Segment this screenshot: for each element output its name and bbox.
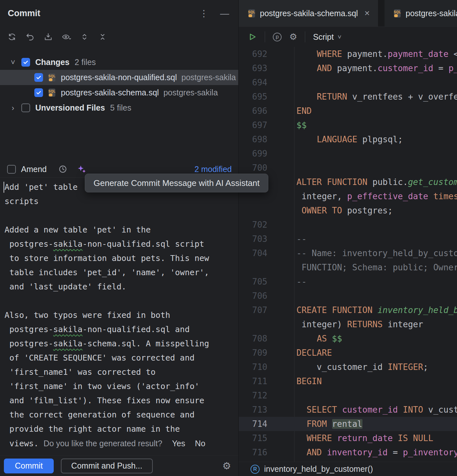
ai-assistant-tooltip: Generate Commit Message with AI Assistan… [85,174,268,192]
changes-tree: ˅ Changes 2 files SQLpostgres-sakila-non… [0,47,238,161]
message-line: of 'CREATE SEQUENCE' was corrected and [5,351,238,365]
file-row[interactable]: SQLpostgres-sakila-schema.sqlpostgres-sa… [0,85,238,100]
tab-postgres-sakila-non-qualified[interactable]: SQL postgres-sakila-non-qualified.sql [385,0,457,27]
line-number: 716 [239,445,267,460]
text-caret [4,182,4,193]
rollback-icon[interactable] [25,32,35,42]
message-line: Also, two typos were fixed in both [5,308,238,322]
code-editor[interactable]: 692 WHERE payment.payment_date <= p_effe… [239,47,457,462]
code-line: 696END [239,104,457,118]
ai-generate-commit-message-icon[interactable] [76,164,87,174]
line-number: 692 [239,47,267,61]
chevron-expanded-icon[interactable]: ˅ [10,58,16,67]
editor-toolbar: p ⚙ Script ˅ [239,27,457,47]
line-number: 713 [239,403,267,417]
message-line: postgres-sakila-non-qualified.sql and [5,322,238,337]
hide-panel-icon[interactable]: — [220,9,229,18]
tab-postgres-sakila-schema[interactable]: SQL postgres-sakila-schema.sql × [239,0,378,27]
close-tab-icon[interactable]: × [364,9,370,18]
code-line: 704-- Name: inventory_held_by_customer(i… [239,246,457,260]
amend-label: Amend [21,165,47,174]
panel-title: Commit [8,8,40,18]
code-line: 699 [239,146,457,161]
commit-and-push-button[interactable]: Commit and Push... [61,459,153,473]
file-row[interactable]: SQLpostgres-sakila-non-qualified.sqlpost… [0,70,238,85]
file-checkbox[interactable] [34,73,43,82]
script-selector-label: Script [313,32,334,42]
code-lines: 692 WHERE payment.payment_date <= p_effe… [239,47,457,460]
message-history-icon[interactable] [58,164,68,174]
code-line: OWNER TO postgres; [239,203,457,218]
unversioned-group-row[interactable]: › Unversioned Files 5 files [0,100,238,115]
code-line: 708 AS $$ [239,331,457,346]
changes-group-label: Changes [35,58,70,67]
changes-group-row[interactable]: ˅ Changes 2 files [0,55,238,70]
refresh-icon[interactable] [7,32,17,42]
line-number: 703 [239,232,267,246]
session-icon[interactable]: p [273,33,282,41]
line-number: 705 [239,275,267,289]
message-line: and 'last_update' field. [5,280,238,294]
line-number: 704 [239,246,267,260]
message-line [5,209,238,223]
more-options-icon[interactable]: ⋮ [199,9,208,18]
message-line: to store information about pets. This ne… [5,251,238,265]
view-options-icon[interactable] [61,32,71,42]
no-link[interactable]: No [195,439,205,448]
commit-actions-bar: Commit Commit and Push... ⚙ [0,455,238,476]
line-number: 708 [239,331,267,346]
file-path: postgres-sakila [163,88,218,97]
unversioned-checkbox[interactable] [21,103,30,112]
expand-all-icon[interactable] [80,32,89,42]
line-number: 693 [239,61,267,75]
commit-panel-header: Commit ⋮ — [0,0,238,27]
shelve-icon[interactable] [43,32,53,42]
sql-file-icon: SQL [393,9,402,18]
message-line: provide the right actor name in the [5,422,238,436]
status-breadcrumb: inventory_held_by_customer() [264,464,373,474]
commit-message-text: Add 'pet' tablescriptsAdded a new table … [5,180,238,450]
tab-label: postgres-sakila-non-qualified.sql [406,9,457,18]
line-number: 697 [239,118,267,132]
line-number: 710 [239,360,267,374]
script-selector[interactable]: Script ˅ [313,32,341,42]
code-line: 710 v_customer_id INTEGER; [239,360,457,374]
editor-settings-gear-icon[interactable]: ⚙ [289,33,297,41]
commit-toolbar [0,27,238,47]
changes-file-count: 2 files [75,58,96,67]
code-line: 714 FROM rental [239,417,457,431]
code-line: 707CREATE FUNCTION inventory_held_by_cus… [239,303,457,317]
sql-file-icon: SQL [48,73,56,82]
line-number: 695 [239,90,267,104]
chevron-collapsed-icon[interactable]: › [10,103,16,113]
line-number: 694 [239,75,267,90]
sql-file-icon: SQL [247,9,256,18]
file-name: postgres-sakila-schema.sql [61,88,159,97]
line-number [239,260,267,275]
file-path: postgres-sakila [182,73,236,82]
yes-link[interactable]: Yes [172,439,185,448]
run-icon[interactable] [247,32,257,42]
file-checkbox[interactable] [34,88,43,97]
collapse-all-icon[interactable] [98,32,107,42]
tab-label: postgres-sakila-schema.sql [260,9,358,18]
code-line: 705-- [239,275,457,289]
line-number [239,317,267,331]
commit-tool-window: Commit ⋮ — ˅ Changes [0,0,239,476]
line-number: 706 [239,289,267,303]
changes-checkbox[interactable] [21,58,30,67]
modified-files-link[interactable]: 2 modified [195,165,232,174]
message-line: and 'film_list'). These fixes now ensure [5,394,238,408]
commit-message-editor[interactable]: Add 'pet' tablescriptsAdded a new table … [0,177,238,455]
editor-tab-bar: SQL postgres-sakila-schema.sql × SQL pos… [239,0,457,27]
code-line: 695 RETURN v_rentfees + v_overfees + v_p… [239,90,457,104]
commit-settings-gear-icon[interactable]: ⚙ [222,461,231,471]
message-line: scripts [5,194,238,209]
toolbar-separator [305,31,305,42]
commit-button[interactable]: Commit [4,459,54,473]
line-number: 709 [239,346,267,360]
code-line: 706 [239,289,457,303]
amend-checkbox[interactable] [7,165,16,174]
message-line: 'first_name1' was corrected to [5,365,238,379]
code-line: 712 [239,388,457,403]
